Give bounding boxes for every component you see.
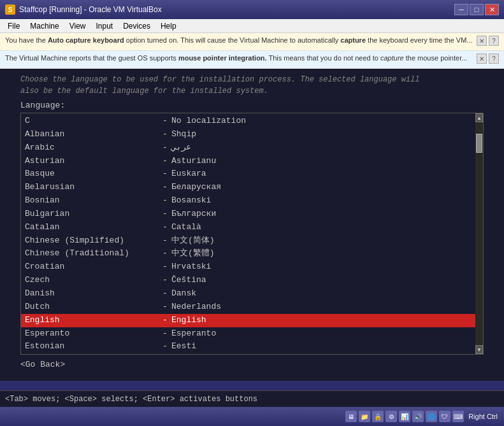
language-dash: - xyxy=(159,328,171,340)
taskbar: 🖥 📁 🔒 ⚙ 📊 🔊 🌐 🛡 ⌨ Right Ctrl xyxy=(0,407,504,426)
language-row[interactable]: Catalan-Català xyxy=(21,221,475,234)
menu-help[interactable]: Help xyxy=(155,20,182,32)
notification-mouse-close[interactable]: ✕ xyxy=(477,53,487,64)
language-name: Chinese (Simplified) xyxy=(25,235,159,247)
language-row[interactable]: Estonian-Eesti xyxy=(21,340,475,353)
install-hint-2: also be the default language for the ins… xyxy=(10,85,494,97)
scroll-up-arrow[interactable]: ▲ xyxy=(475,113,483,122)
language-dash: - xyxy=(159,222,171,234)
language-row[interactable]: Chinese (Simplified)-中文(简体) xyxy=(21,234,475,248)
menu-view[interactable]: View xyxy=(64,20,91,32)
notification-keyboard-info[interactable]: ? xyxy=(489,36,499,46)
language-value: Euskara xyxy=(171,168,472,180)
close-button[interactable]: ✕ xyxy=(485,4,499,15)
language-dash: - xyxy=(159,115,171,127)
app-icon: S xyxy=(5,4,15,15)
language-row[interactable]: Bulgarian-Български xyxy=(21,208,475,221)
language-list: C-No localizationAlbanian-ShqipArabic-عر… xyxy=(21,113,475,355)
menu-machine[interactable]: Machine xyxy=(25,20,64,32)
notification-mouse-text: The Virtual Machine reports that the gue… xyxy=(5,53,473,63)
language-value: 中文(繁體) xyxy=(171,248,472,260)
language-name: Catalan xyxy=(25,222,159,234)
install-hint-1: Choose the language to be used for the i… xyxy=(10,74,494,85)
notification-mouse-info[interactable]: ? xyxy=(489,53,499,64)
language-name: Danish xyxy=(25,288,159,300)
menu-bar: File Machine View Input Devices Help xyxy=(0,19,504,33)
language-row[interactable]: Belarusian-Беларуская xyxy=(21,181,475,194)
language-row[interactable]: Albanian-Shqip xyxy=(21,128,475,141)
window-title: Staffcop [Running] - Oracle VM VirtualBo… xyxy=(19,5,162,14)
language-name: Croatian xyxy=(25,261,159,273)
menu-devices[interactable]: Devices xyxy=(118,20,155,32)
language-row[interactable]: Finnish-Suomi xyxy=(21,353,475,355)
language-value: Беларуская xyxy=(171,181,472,194)
language-row[interactable]: Basque-Euskara xyxy=(21,167,475,181)
taskbar-icon-5[interactable]: 📊 xyxy=(399,411,410,422)
go-back-area: <Go Back> xyxy=(10,355,494,374)
language-dash: - xyxy=(159,248,171,260)
language-row[interactable]: Asturian-Asturianu xyxy=(21,155,475,168)
language-list-container: C-No localizationAlbanian-ShqipArabic-عر… xyxy=(20,113,484,355)
language-dash: - xyxy=(159,274,171,287)
language-dash: - xyxy=(159,288,171,300)
language-value: Asturianu xyxy=(171,155,472,167)
language-name: Albanian xyxy=(25,129,159,141)
notification-keyboard-close[interactable]: ✕ xyxy=(477,36,487,46)
language-dash: - xyxy=(159,142,171,154)
menu-file[interactable]: File xyxy=(3,20,25,32)
language-value: Dansk xyxy=(171,288,472,300)
language-name: Esperanto xyxy=(25,328,159,340)
language-row[interactable]: Dutch-Nederlands xyxy=(21,301,475,314)
scroll-down-arrow[interactable]: ▼ xyxy=(475,345,483,354)
language-value: 中文(简体) xyxy=(171,235,472,247)
language-dash: - xyxy=(159,195,171,207)
notification-keyboard-text: You have the Auto capture keyboard optio… xyxy=(5,36,473,45)
language-row[interactable]: Chinese (Traditional)-中文(繁體) xyxy=(21,247,475,260)
language-dash: - xyxy=(159,341,171,353)
menu-input[interactable]: Input xyxy=(91,20,119,32)
language-dash: - xyxy=(159,129,171,141)
language-name: Chinese (Traditional) xyxy=(25,248,159,260)
language-dash: - xyxy=(159,354,171,355)
language-name: English xyxy=(25,315,159,327)
language-row[interactable]: Danish-Dansk xyxy=(21,287,475,301)
notification-mouse: The Virtual Machine reports that the gue… xyxy=(0,51,504,69)
right-ctrl-label: Right Ctrl xyxy=(466,413,500,420)
language-value: Esperanto xyxy=(171,328,472,340)
language-dash: - xyxy=(159,301,171,313)
language-value: عربي xyxy=(171,142,472,154)
go-back-button[interactable]: <Go Back> xyxy=(20,360,65,369)
language-row[interactable]: Bosnian-Bosanski xyxy=(21,194,475,208)
language-row[interactable]: Arabic-عربي xyxy=(21,141,475,155)
language-name: Czech xyxy=(25,274,159,287)
language-row[interactable]: Croatian-Hrvatski xyxy=(21,260,475,274)
language-row[interactable]: English-English xyxy=(21,314,475,327)
language-dash: - xyxy=(159,168,171,180)
language-name: Bulgarian xyxy=(25,208,159,220)
language-name: Finnish xyxy=(25,354,159,355)
language-value: Suomi xyxy=(171,354,472,355)
language-label: Language: xyxy=(10,101,494,110)
taskbar-icon-9[interactable]: ⌨ xyxy=(452,411,464,422)
language-name: Arabic xyxy=(25,142,159,154)
taskbar-icon-8[interactable]: 🛡 xyxy=(439,411,450,422)
maximize-button[interactable]: □ xyxy=(470,4,484,15)
title-bar: S Staffcop [Running] - Oracle VM Virtual… xyxy=(0,0,504,19)
language-row[interactable]: Czech-Čeština xyxy=(21,274,475,287)
vm-content-area: Choose the language to be used for the i… xyxy=(0,69,504,381)
taskbar-icon-6[interactable]: 🔊 xyxy=(412,411,424,422)
language-value: English xyxy=(171,315,472,327)
language-dash: - xyxy=(159,181,171,194)
scrollbar[interactable]: ▲ ▼ xyxy=(475,113,483,354)
language-value: Nederlands xyxy=(171,301,472,313)
language-dash: - xyxy=(159,235,171,247)
language-row[interactable]: Esperanto-Esperanto xyxy=(21,327,475,341)
taskbar-icon-3[interactable]: 🔒 xyxy=(372,411,384,422)
taskbar-icon-1[interactable]: 🖥 xyxy=(345,411,357,422)
taskbar-icon-4[interactable]: ⚙ xyxy=(385,411,397,422)
language-row[interactable]: C-No localization xyxy=(21,115,475,128)
scroll-thumb[interactable] xyxy=(476,134,482,153)
taskbar-icon-2[interactable]: 📁 xyxy=(359,411,370,422)
taskbar-icon-7[interactable]: 🌐 xyxy=(426,411,437,422)
minimize-button[interactable]: ─ xyxy=(454,4,468,15)
